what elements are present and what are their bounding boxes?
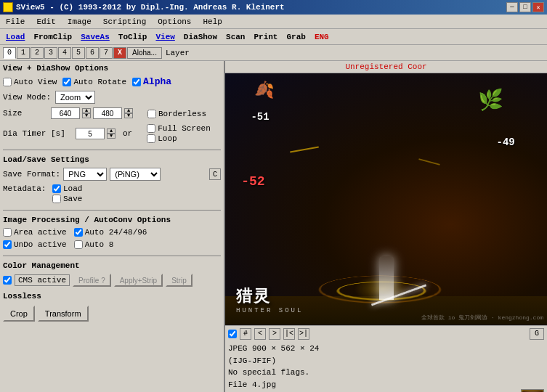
metadata-load-label: Load xyxy=(63,184,82,193)
color-mgmt-section-label: Color Management xyxy=(3,261,221,270)
layer-label: Layer xyxy=(166,49,190,57)
next-button[interactable]: > xyxy=(269,328,280,340)
loop-checkbox[interactable] xyxy=(147,134,155,143)
metadata-save-label: Save xyxy=(63,195,82,203)
height-down[interactable]: ▼ xyxy=(124,113,133,118)
image-info: JPEG 900 × 562 × 24 (IJG-JFIF) No specia… xyxy=(225,341,547,392)
tab-4[interactable]: 4 xyxy=(58,47,71,59)
toolbar-load[interactable]: Load xyxy=(3,32,28,42)
menu-help[interactable]: Help xyxy=(200,17,224,27)
avatar-thumbnail xyxy=(521,389,544,393)
area-active-label: Area active xyxy=(14,228,67,237)
crop-button[interactable]: Crop xyxy=(3,306,35,322)
auto-view-label: Auto View xyxy=(14,78,57,86)
transform-button[interactable]: Transform xyxy=(38,306,89,322)
dia-timer-down[interactable]: ▼ xyxy=(107,134,116,139)
minimize-button[interactable]: — xyxy=(506,2,518,12)
menu-bar: File Edit Image Scripting Options Help xyxy=(0,15,547,29)
save-format-desc-select[interactable]: (PiNG)(JPEG) xyxy=(110,168,161,181)
save-format-select[interactable]: PNGJPEGBMP xyxy=(63,168,107,181)
toolbar-diashow[interactable]: DiaShow xyxy=(181,32,220,42)
toolbar-print[interactable]: Print xyxy=(251,32,280,42)
auto-8-checkbox[interactable] xyxy=(74,240,83,249)
save-format-label: Save Format: xyxy=(3,170,60,179)
view-section-label: View + DiaShow Options xyxy=(3,64,221,73)
metadata-save-checkbox[interactable] xyxy=(52,195,61,203)
aloha-button[interactable]: Aloha... xyxy=(127,47,162,59)
auto-24-checkbox[interactable] xyxy=(74,228,83,237)
last-button[interactable]: >| xyxy=(298,328,309,340)
toolbar-fromclip[interactable]: FromClip xyxy=(31,32,75,42)
toolbar: Load FromClip SaveAs ToClip View DiaShow… xyxy=(0,29,547,45)
toolbar-toclip[interactable]: ToClip xyxy=(116,32,150,42)
auto-24-label: Auto 24/48/96 xyxy=(85,228,147,237)
toolbar-view[interactable]: View xyxy=(153,32,177,42)
tab-6[interactable]: 6 xyxy=(86,47,99,59)
image-format-code: (IJG-JFIF) xyxy=(228,355,544,367)
image-proc-section-label: Image Processing / AutoConv Options xyxy=(3,216,221,224)
alpha-label: Alpha xyxy=(143,76,171,87)
image-flags: No special flags. xyxy=(228,367,544,379)
image-container: 🌿 🍂 -51 -52 -49 猎灵 HUNTER SOUL 全球首款 io 鬼… xyxy=(225,73,547,325)
cms-active-checkbox[interactable] xyxy=(3,276,12,285)
width-input[interactable] xyxy=(51,107,80,119)
width-down[interactable]: ▼ xyxy=(82,113,91,118)
strip-button[interactable]: Strip xyxy=(166,274,193,287)
tab-1[interactable]: 1 xyxy=(17,47,30,59)
right-panel: Unregistered Coor 🌿 🍂 xyxy=(225,61,547,392)
full-screen-checkbox[interactable] xyxy=(147,124,155,133)
profile-button[interactable]: Profile ? xyxy=(73,274,111,287)
tab-0[interactable]: 0 xyxy=(3,47,16,59)
menu-options[interactable]: Options xyxy=(155,17,194,27)
height-input[interactable] xyxy=(93,107,122,119)
menu-image[interactable]: Image xyxy=(65,17,94,27)
tab-3[interactable]: 3 xyxy=(44,47,57,59)
auto-rotate-label: Auto Rotate xyxy=(73,78,126,86)
maximize-button[interactable]: □ xyxy=(519,2,531,12)
alpha-checkbox[interactable] xyxy=(132,78,141,86)
g-button[interactable]: G xyxy=(530,328,544,340)
c-button[interactable]: C xyxy=(209,168,221,180)
dia-timer-label: Dia Timer [s] xyxy=(3,129,65,138)
image-format: JPEG 900 × 562 × 24 xyxy=(228,343,544,355)
loop-label: Loop xyxy=(158,134,177,143)
view-mode-label: View Mode: xyxy=(3,93,51,102)
dia-timer-input[interactable] xyxy=(76,128,105,139)
image-filename: File 4.jpg xyxy=(228,379,544,391)
toolbar-saveas[interactable]: SaveAs xyxy=(78,32,113,42)
menu-scripting[interactable]: Scripting xyxy=(100,17,149,27)
app-icon xyxy=(3,2,13,12)
undo-active-checkbox[interactable] xyxy=(3,240,12,249)
metadata-load-checkbox[interactable] xyxy=(52,184,61,193)
or-label: or xyxy=(123,129,132,138)
auto-view-checkbox[interactable] xyxy=(3,78,12,86)
borderless-label: Borderless xyxy=(158,110,206,118)
image-controls: # < > |< >| G xyxy=(225,325,547,341)
toolbar-grab[interactable]: Grab xyxy=(283,32,308,42)
hash-button[interactable]: # xyxy=(240,328,251,340)
prev-button[interactable]: < xyxy=(254,328,266,340)
window-title: SView5 - (C) 1993-2012 by Dipl.-Ing. And… xyxy=(16,3,285,12)
menu-edit[interactable]: Edit xyxy=(33,17,58,27)
unregistered-label: Unregistered Coor xyxy=(225,61,547,73)
left-panel: View + DiaShow Options Auto View Auto Ro… xyxy=(0,61,225,392)
tab-close[interactable]: X xyxy=(113,47,126,59)
tab-2[interactable]: 2 xyxy=(31,47,44,59)
auto-rotate-checkbox[interactable] xyxy=(62,78,71,86)
area-active-checkbox[interactable] xyxy=(3,228,12,237)
toolbar-eng[interactable]: ENG xyxy=(312,32,332,42)
borderless-checkbox[interactable] xyxy=(147,110,156,118)
undo-active-label: UnDo active xyxy=(14,240,67,249)
first-button[interactable]: |< xyxy=(283,328,295,340)
apply-strip-button[interactable]: Apply+Strip xyxy=(114,274,163,287)
toolbar-scan[interactable]: Scan xyxy=(223,32,248,42)
image-ctrl-checkbox[interactable] xyxy=(228,330,237,338)
view-mode-select[interactable]: Zoom Fit 1:1 xyxy=(55,91,95,104)
auto-8-label: Auto 8 xyxy=(85,240,114,249)
close-button[interactable]: ✕ xyxy=(532,2,544,12)
tab-5[interactable]: 5 xyxy=(72,47,85,59)
tab-7[interactable]: 7 xyxy=(100,47,113,59)
game-image: 🌿 🍂 -51 -52 -49 猎灵 HUNTER SOUL 全球首款 io 鬼… xyxy=(225,73,547,325)
menu-file[interactable]: File xyxy=(3,17,28,27)
damage-num-3: -49 xyxy=(496,136,514,148)
